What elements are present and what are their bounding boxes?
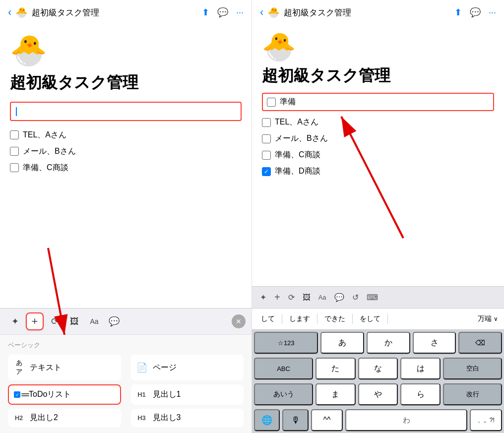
block-h3-label: 見出し3 bbox=[153, 413, 181, 423]
block-page[interactable]: 📄 ページ bbox=[131, 355, 244, 380]
key-ta[interactable]: た bbox=[315, 358, 356, 379]
suggestion-1[interactable]: して bbox=[258, 312, 278, 325]
right-nav-bar: ‹ 🐣 超初級タスク管理 ⬆ 💬 ··· bbox=[252, 0, 504, 25]
return-key[interactable]: 空白 bbox=[443, 358, 502, 379]
left-nav-emoji: 🐣 bbox=[15, 6, 28, 18]
key-ha[interactable]: は bbox=[400, 358, 441, 379]
right-more-icon[interactable]: ··· bbox=[489, 7, 496, 18]
keyboard: ☆123 あ か さ ⌫ ABC た な は 空白 あいう ま や ら 改行 🌐… bbox=[252, 330, 504, 433]
right-todo-text-1: TEL、Aさん bbox=[275, 117, 318, 127]
left-panel: ‹ 🐣 超初級タスク管理 ⬆ 💬 ··· 🐣 超初級タスク管理 TEL、Aさん … bbox=[0, 0, 252, 433]
right-active-todo-input[interactable]: 準備 bbox=[262, 93, 494, 111]
left-nav-title: 超初級タスク管理 bbox=[32, 7, 194, 18]
plus-button[interactable]: + bbox=[26, 312, 44, 330]
key-abc[interactable]: ABC bbox=[254, 358, 313, 379]
block-h2[interactable]: H2 見出し2 bbox=[8, 409, 121, 427]
sparkle-button[interactable]: ✦ bbox=[6, 312, 24, 330]
block-text[interactable]: あア テキスト bbox=[8, 355, 121, 380]
block-todo-icon: ✓ bbox=[14, 391, 24, 399]
suggestion-3[interactable]: できた bbox=[321, 312, 348, 325]
block-h1[interactable]: H1 見出し1 bbox=[131, 384, 244, 405]
key-ka[interactable]: か bbox=[367, 332, 410, 354]
right-back-button[interactable]: ‹ bbox=[260, 6, 263, 19]
suggestion-5: 万端 bbox=[478, 314, 492, 323]
left-checkbox-2[interactable] bbox=[10, 147, 19, 156]
block-h1-icon: H1 bbox=[136, 391, 148, 398]
right-plus-btn[interactable]: + bbox=[271, 290, 283, 305]
right-retweet-btn[interactable]: ⟳ bbox=[285, 291, 298, 304]
right-comment-icon[interactable]: 💬 bbox=[470, 7, 481, 18]
close-button[interactable]: ✕ bbox=[232, 314, 246, 328]
right-checkbox-4[interactable]: ✓ bbox=[262, 167, 271, 176]
right-checkbox-2[interactable] bbox=[262, 134, 271, 143]
right-comment-btn[interactable]: 💬 bbox=[331, 291, 347, 304]
block-h1-label: 見出し1 bbox=[153, 389, 181, 400]
right-image-btn[interactable]: 🖼 bbox=[300, 291, 314, 304]
left-back-button[interactable]: ‹ bbox=[8, 6, 11, 19]
retweet-button[interactable]: ⟳ bbox=[46, 312, 63, 330]
left-content: 🐣 超初級タスク管理 TEL、Aさん メール、Bさん 準備、C商談 bbox=[0, 25, 252, 308]
keyboard-row-4: 🌐 🎙 ^^ わ 、。?! bbox=[252, 407, 504, 433]
block-picker: ベーシック あア テキスト 📄 ページ ✓ ToDoリスト bbox=[0, 334, 252, 433]
mic-key[interactable]: 🎙 bbox=[282, 409, 308, 431]
key-punct[interactable]: 、。?! bbox=[470, 409, 502, 431]
right-todo-item-4[interactable]: ✓ 準備、D商談 bbox=[262, 163, 494, 180]
right-todo-active-text: 準備 bbox=[280, 97, 296, 107]
right-checkbox-3[interactable] bbox=[262, 151, 271, 160]
left-more-icon[interactable]: ··· bbox=[236, 7, 244, 18]
right-sparkle-btn[interactable]: ✦ bbox=[257, 291, 269, 304]
globe-key[interactable]: 🌐 bbox=[254, 409, 280, 431]
left-todo-text-2: メール、Bさん bbox=[23, 146, 76, 157]
comment-button[interactable]: 💬 bbox=[105, 312, 123, 330]
block-todo[interactable]: ✓ ToDoリスト bbox=[8, 384, 121, 405]
right-share-icon[interactable]: ⬆ bbox=[454, 7, 462, 18]
key-wa[interactable]: わ bbox=[345, 409, 467, 431]
left-todo-item-1[interactable]: TEL、Aさん bbox=[10, 127, 242, 143]
left-checkbox-3[interactable] bbox=[10, 163, 19, 172]
left-comment-icon[interactable]: 💬 bbox=[217, 7, 228, 18]
text-format-button[interactable]: Aa bbox=[85, 312, 103, 330]
block-h3-icon: H3 bbox=[136, 414, 148, 422]
block-h3[interactable]: H3 見出し3 bbox=[131, 409, 244, 427]
key-a[interactable]: あ bbox=[320, 332, 364, 354]
delete-key[interactable]: ⌫ bbox=[458, 332, 502, 354]
left-todo-text-1: TEL、Aさん bbox=[23, 130, 66, 140]
key-hat[interactable]: ^^ bbox=[311, 409, 343, 431]
block-picker-section-label: ベーシック bbox=[8, 341, 244, 350]
right-panel: ‹ 🐣 超初級タスク管理 ⬆ 💬 ··· 🐣 超初級タスク管理 準備 TEL、A… bbox=[252, 0, 504, 433]
kaigyo-key[interactable]: 改行 bbox=[443, 383, 502, 405]
suggestion-divider-2 bbox=[317, 314, 317, 324]
key-numbers[interactable]: ☆123 bbox=[254, 332, 318, 354]
left-page-title: 超初級タスク管理 bbox=[10, 72, 242, 94]
key-aiueo[interactable]: あいう bbox=[254, 383, 313, 405]
right-page-emoji: 🐣 bbox=[262, 31, 494, 63]
block-page-icon: 📄 bbox=[136, 362, 148, 373]
key-sa[interactable]: さ bbox=[413, 332, 456, 354]
right-text-btn[interactable]: Aa bbox=[315, 292, 329, 303]
right-checkbox-1[interactable] bbox=[262, 118, 271, 127]
key-na[interactable]: な bbox=[358, 358, 398, 379]
key-ya[interactable]: や bbox=[358, 383, 398, 405]
image-button[interactable]: 🖼 bbox=[65, 312, 83, 330]
block-page-label: ページ bbox=[153, 363, 177, 373]
left-todo-item-3[interactable]: 準備、C商談 bbox=[10, 160, 242, 176]
right-checkbox-active[interactable] bbox=[267, 98, 276, 107]
right-todo-item-1[interactable]: TEL、Aさん bbox=[262, 114, 494, 130]
left-text-input[interactable] bbox=[10, 102, 242, 121]
right-todo-item-3[interactable]: 準備、C商談 bbox=[262, 147, 494, 163]
key-ra[interactable]: ら bbox=[400, 383, 441, 405]
suggestion-4[interactable]: をして bbox=[357, 312, 383, 325]
left-toolbar: ✦ + ⟳ 🖼 Aa 💬 ✕ bbox=[0, 308, 252, 334]
right-keyboard-btn[interactable]: ⌨ bbox=[364, 291, 381, 304]
suggestion-2[interactable]: します bbox=[286, 312, 313, 325]
left-share-icon[interactable]: ⬆ bbox=[202, 7, 209, 18]
suggestion-divider-3 bbox=[352, 314, 353, 324]
key-ma[interactable]: ま bbox=[315, 383, 356, 405]
block-todo-lines bbox=[21, 393, 29, 396]
left-todo-item-2[interactable]: メール、Bさん bbox=[10, 143, 242, 160]
block-grid: あア テキスト 📄 ページ ✓ ToDoリスト H1 見出し bbox=[8, 355, 244, 427]
right-undo-btn[interactable]: ↺ bbox=[349, 291, 362, 304]
left-checkbox-1[interactable] bbox=[10, 130, 19, 139]
suggestions-expand[interactable]: 万端 ∨ bbox=[478, 314, 498, 323]
right-todo-item-2[interactable]: メール、Bさん bbox=[262, 130, 494, 147]
